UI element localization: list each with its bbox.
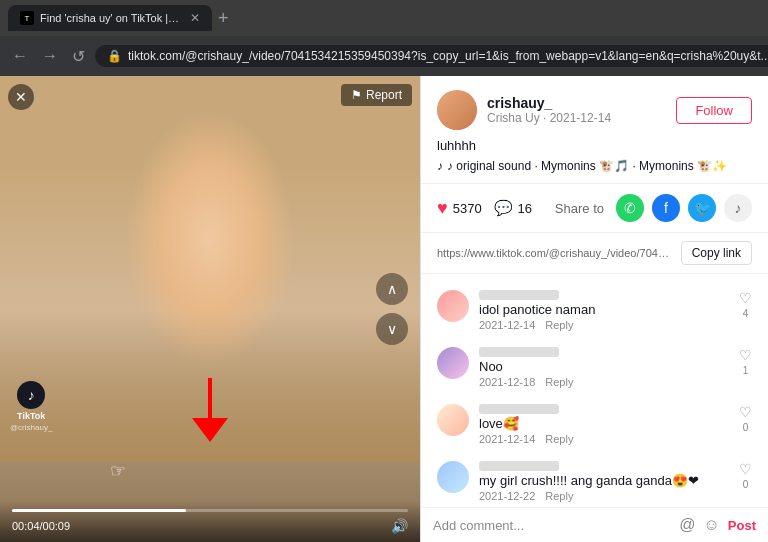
post-button[interactable]: Post xyxy=(728,518,756,533)
user-subname: Crisha Uy · 2021-12-14 xyxy=(487,111,611,125)
refresh-button[interactable]: ↺ xyxy=(68,43,89,70)
user-details: crishauy_ Crisha Uy · 2021-12-14 xyxy=(487,95,611,125)
like-count: 4 xyxy=(743,308,749,319)
back-button[interactable]: ← xyxy=(8,43,32,69)
username-blur xyxy=(479,461,559,471)
caption: luhhhh xyxy=(437,138,752,153)
tab-favicon: T xyxy=(20,11,34,25)
table-row: love🥰 2021-12-14 Reply ♡ 0 xyxy=(421,396,768,453)
at-icon[interactable]: @ xyxy=(679,516,695,534)
music-text: ♪ original sound · Mymonins 🐮🎵 · Mymonin… xyxy=(447,159,727,173)
user-header: crishauy_ Crisha Uy · 2021-12-14 Follow xyxy=(437,90,752,130)
comment-username xyxy=(479,347,729,357)
like-count: 1 xyxy=(743,365,749,376)
chevron-down-icon: ∨ xyxy=(387,321,397,337)
comment-username xyxy=(479,290,729,300)
avatar-image xyxy=(437,90,477,130)
comment-body: love🥰 2021-12-14 Reply xyxy=(479,404,729,445)
like-heart-icon[interactable]: ♡ xyxy=(739,461,752,477)
comment-date: 2021-12-14 xyxy=(479,319,535,331)
chevron-up-icon: ∧ xyxy=(387,281,397,297)
twitter-share-button[interactable]: 🐦 xyxy=(688,194,716,222)
copy-link-button[interactable]: Copy link xyxy=(681,241,752,265)
heart-icon: ♥ xyxy=(437,198,448,219)
username-blur xyxy=(479,290,559,300)
comments-count: 16 xyxy=(518,201,532,216)
like-count: 0 xyxy=(743,479,749,490)
time-display: 00:04/00:09 xyxy=(12,520,70,532)
link-row: https://www.tiktok.com/@crishauy_/video/… xyxy=(421,233,768,274)
comment-meta: 2021-12-14 Reply xyxy=(479,433,729,445)
comment-input[interactable] xyxy=(433,518,671,533)
cursor-indicator: ☞ xyxy=(110,460,130,486)
like-heart-icon[interactable]: ♡ xyxy=(739,404,752,420)
username-blur xyxy=(479,347,559,357)
comment-input-area: @ ☺ Post xyxy=(421,507,768,542)
report-button[interactable]: ⚑ Report xyxy=(341,84,412,106)
volume-button[interactable]: 🔊 xyxy=(391,518,408,534)
browser-tab-bar: T Find 'crisha uy' on TikTok | Ti... ✕ + xyxy=(0,0,768,36)
comment-date: 2021-12-22 xyxy=(479,490,535,502)
link-url: https://www.tiktok.com/@crishauy_/video/… xyxy=(437,247,673,259)
progress-bar[interactable] xyxy=(12,509,408,512)
comment-like: ♡ 0 xyxy=(739,461,752,502)
user-info: crishauy_ Crisha Uy · 2021-12-14 xyxy=(437,90,611,130)
username-blur xyxy=(479,404,559,414)
reply-button[interactable]: Reply xyxy=(545,319,573,331)
music-line: ♪ ♪ original sound · Mymonins 🐮🎵 · Mymon… xyxy=(437,159,752,173)
comment-text: idol panotice naman xyxy=(479,302,729,317)
comment-meta: 2021-12-14 Reply xyxy=(479,319,729,331)
user-section: crishauy_ Crisha Uy · 2021-12-14 Follow … xyxy=(421,76,768,184)
comment-like: ♡ 1 xyxy=(739,347,752,388)
whatsapp-share-button[interactable]: ✆ xyxy=(616,194,644,222)
share-to-label: Share to xyxy=(555,201,604,216)
comment-like: ♡ 0 xyxy=(739,404,752,445)
comment-meta: 2021-12-18 Reply xyxy=(479,376,729,388)
like-heart-icon[interactable]: ♡ xyxy=(739,290,752,306)
lock-icon: 🔒 xyxy=(107,49,122,63)
main-content: ✕ ⚑ Report ♪ TikTok @crishauy_ ∧ xyxy=(0,76,768,542)
comment-username xyxy=(479,461,729,471)
new-tab-button[interactable]: + xyxy=(212,8,235,29)
comment-date: 2021-12-18 xyxy=(479,376,535,388)
facebook-share-button[interactable]: f xyxy=(652,194,680,222)
video-panel: ✕ ⚑ Report ♪ TikTok @crishauy_ ∧ xyxy=(0,76,420,542)
tiktok-handle-text: @crishauy_ xyxy=(10,423,52,432)
table-row: Noo 2021-12-18 Reply ♡ 1 xyxy=(421,339,768,396)
comment-date: 2021-12-14 xyxy=(479,433,535,445)
reply-button[interactable]: Reply xyxy=(545,433,573,445)
avatar xyxy=(437,90,477,130)
emoji-icon[interactable]: ☺ xyxy=(703,516,719,534)
nav-up-button[interactable]: ∧ xyxy=(376,273,408,305)
forward-button[interactable]: → xyxy=(38,43,62,69)
table-row: my girl crush!!!! ang ganda ganda😍❤ 2021… xyxy=(421,453,768,507)
comment-text: love🥰 xyxy=(479,416,729,431)
follow-button[interactable]: Follow xyxy=(676,97,752,124)
video-overlay: ✕ ⚑ Report ♪ TikTok @crishauy_ ∧ xyxy=(0,76,420,542)
like-heart-icon[interactable]: ♡ xyxy=(739,347,752,363)
facebook-icon: f xyxy=(664,200,668,216)
address-bar[interactable]: 🔒 tiktok.com/@crishauy_/video/7041534215… xyxy=(95,45,768,67)
reply-button[interactable]: Reply xyxy=(545,376,573,388)
reply-button[interactable]: Reply xyxy=(545,490,573,502)
share-icons: ✆ f 🐦 ♪ xyxy=(616,194,752,222)
tiktok-logo-text: TikTok xyxy=(17,411,45,421)
username: crishauy_ xyxy=(487,95,611,111)
arrow-stem xyxy=(208,378,212,418)
more-share-button[interactable]: ♪ xyxy=(724,194,752,222)
tab-close-icon[interactable]: ✕ xyxy=(190,11,200,25)
active-tab[interactable]: T Find 'crisha uy' on TikTok | Ti... ✕ xyxy=(8,5,212,31)
input-icons: @ ☺ xyxy=(679,516,720,534)
table-row: idol panotice naman 2021-12-14 Reply ♡ 4 xyxy=(421,282,768,339)
flag-icon: ⚑ xyxy=(351,88,362,102)
comments-section[interactable]: idol panotice naman 2021-12-14 Reply ♡ 4 xyxy=(421,274,768,507)
url-text: tiktok.com/@crishauy_/video/704153421535… xyxy=(128,49,768,63)
comment-meta: 2021-12-22 Reply xyxy=(479,490,729,502)
comment-body: my girl crush!!!! ang ganda ganda😍❤ 2021… xyxy=(479,461,729,502)
close-video-button[interactable]: ✕ xyxy=(8,84,34,110)
likes-stat: ♥ 5370 xyxy=(437,198,482,219)
tiktok-watermark: ♪ TikTok @crishauy_ xyxy=(10,381,52,432)
progress-fill xyxy=(12,509,186,512)
nav-down-button[interactable]: ∨ xyxy=(376,313,408,345)
comment-text: Noo xyxy=(479,359,729,374)
